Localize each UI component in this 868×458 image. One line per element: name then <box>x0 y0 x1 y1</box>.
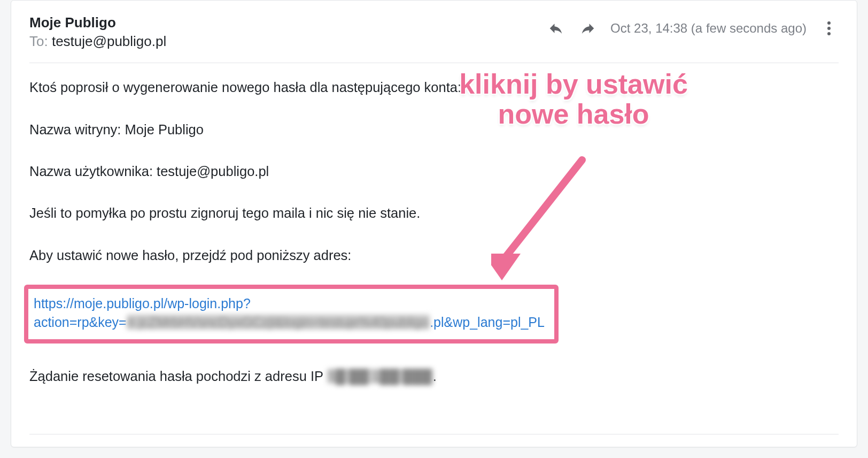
body-p2: Nazwa witryny: Moje Publigo <box>29 120 839 139</box>
email-card: Moje Publigo To: testuje@publigo.pl Oct … <box>11 0 857 447</box>
more-icon[interactable] <box>819 19 839 38</box>
link-key-obscured: n jcZMrbHVsncDyxGCzjl&login=testuje%40pu… <box>127 315 430 330</box>
body-p6: Żądanie resetowania hasła pochodzi z adr… <box>29 367 839 385</box>
reset-link-highlight: https://moje.publigo.pl/wp-login.php? ac… <box>24 285 559 344</box>
to-line: To: testuje@publigo.pl <box>29 32 166 51</box>
to-address: testuje@publigo.pl <box>52 33 166 49</box>
from-block: Moje Publigo To: testuje@publigo.pl <box>29 13 166 51</box>
svg-line-3 <box>502 160 582 262</box>
from-name: Moje Publigo <box>29 13 166 32</box>
svg-point-2 <box>827 32 831 35</box>
forward-icon[interactable] <box>578 19 598 38</box>
reply-icon[interactable] <box>546 19 565 38</box>
svg-marker-4 <box>491 254 521 280</box>
to-label: To: <box>29 33 48 49</box>
body-p1: Ktoś poprosił o wygenerowanie nowego has… <box>29 78 839 96</box>
body-p3: Nazwa użytkownika: testuje@publigo.pl <box>29 162 839 180</box>
ip-obscured: 5█ ██ 1██ ███ <box>327 369 433 384</box>
link-line2-suffix: .pl&wp_lang=pl_PL <box>430 315 545 330</box>
header-actions: Oct 23, 14:38 (a few seconds ago) <box>546 13 839 38</box>
p6-prefix: Żądanie resetowania hasła pochodzi z adr… <box>29 369 327 384</box>
footer-divider <box>29 434 839 434</box>
reset-password-link[interactable]: https://moje.publigo.pl/wp-login.php? ac… <box>34 296 545 330</box>
email-header: Moje Publigo To: testuje@publigo.pl Oct … <box>29 13 839 63</box>
body-p4: Jeśli to pomyłka po prostu zignoruj tego… <box>29 204 839 222</box>
body-p5: Aby ustawić nowe hasło, przejdź pod poni… <box>29 246 839 264</box>
svg-point-0 <box>827 21 831 25</box>
email-body: Ktoś poprosił o wygenerowanie nowego has… <box>29 63 839 434</box>
annotation-arrow-icon <box>491 144 609 283</box>
link-line2-prefix: action=rp&key= <box>34 315 127 330</box>
link-line1: https://moje.publigo.pl/wp-login.php? <box>34 296 251 311</box>
p6-suffix: . <box>433 369 437 384</box>
email-timestamp: Oct 23, 14:38 (a few seconds ago) <box>610 21 807 36</box>
svg-point-1 <box>827 27 831 30</box>
